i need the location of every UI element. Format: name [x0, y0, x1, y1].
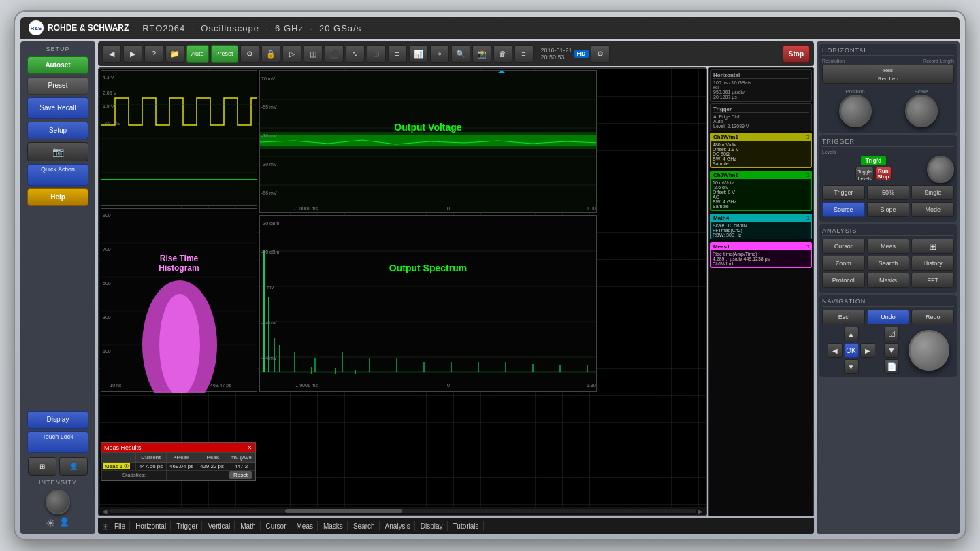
icon-btn-1[interactable]: ⊞: [28, 457, 56, 476]
h-scale-knob[interactable]: [905, 95, 938, 127]
scrollbar-track[interactable]: [109, 509, 696, 513]
trigger-button[interactable]: Trigger: [822, 185, 865, 200]
display-button[interactable]: Display: [27, 411, 88, 429]
meas-current: 447.66 ps: [135, 463, 166, 471]
svg-text:469.47 ps: 469.47 ps: [210, 383, 231, 388]
stop-button[interactable]: Stop: [783, 45, 810, 63]
mode-button[interactable]: Mode: [911, 202, 954, 217]
toolbar-btn-6[interactable]: ◫: [304, 45, 323, 63]
meas-row-label: Meas 1 ①: [102, 463, 136, 471]
toolbar-btn-10[interactable]: ≡: [388, 45, 407, 63]
preset-toolbar-button[interactable]: Preset: [211, 45, 238, 63]
toolbar-btn-5[interactable]: ▷: [282, 45, 301, 63]
back-button[interactable]: ◀: [102, 45, 121, 63]
output-voltage-label: Output Voltage: [394, 122, 461, 133]
reset-button[interactable]: Reset: [229, 471, 252, 479]
menu-search[interactable]: Search: [349, 521, 380, 531]
masks-button[interactable]: Masks: [867, 273, 910, 288]
scroll-left[interactable]: ◀: [101, 507, 109, 515]
position-knob[interactable]: [839, 95, 872, 127]
nav-up[interactable]: ▲: [844, 327, 859, 341]
settings-button[interactable]: ⚙: [591, 45, 610, 63]
touch-lock-button[interactable]: Touch Lock: [27, 431, 88, 453]
preset-button[interactable]: Preset: [27, 77, 88, 95]
toolbar-btn-12[interactable]: ⌖: [430, 45, 449, 63]
icon-btn-2[interactable]: 👤: [59, 457, 88, 476]
brightness-icon[interactable]: ☀: [46, 517, 55, 530]
meas-button[interactable]: Meas: [867, 239, 910, 254]
menu-toggle-button[interactable]: ≡: [514, 45, 534, 63]
svg-rect-64: [410, 369, 410, 374]
toolbar-btn-15[interactable]: 🗑: [493, 45, 512, 63]
svg-text:700: 700: [103, 247, 111, 252]
toolbar-btn-3[interactable]: ⚙: [240, 45, 259, 63]
nav-knob[interactable]: [909, 330, 949, 371]
menu-horizontal[interactable]: Horizontal: [131, 521, 171, 531]
fifty-pct-button[interactable]: 50%: [867, 185, 910, 200]
menu-math[interactable]: Math: [236, 521, 260, 531]
toolbar-btn-7[interactable]: ⬛: [325, 45, 344, 63]
esc-button[interactable]: Esc: [822, 310, 865, 324]
menu-analysis[interactable]: Analysis: [381, 521, 415, 531]
user-icon[interactable]: 👤: [59, 517, 69, 530]
save-recall-button[interactable]: Save Recall: [27, 97, 88, 119]
help-toolbar-button[interactable]: ?: [144, 45, 163, 63]
toggle-levels-btn[interactable]: ToggleLevels: [855, 167, 874, 180]
toolbar-btn-14[interactable]: 📸: [472, 45, 491, 63]
menu-grid-icon[interactable]: ⊞: [102, 522, 109, 531]
slope-button[interactable]: Slope: [867, 202, 910, 217]
fft-button[interactable]: FFT: [911, 273, 954, 288]
meas-results-close[interactable]: ✕: [247, 444, 252, 451]
toolbar-btn-8[interactable]: ∿: [346, 45, 365, 63]
file-toolbar-button[interactable]: 📁: [165, 45, 184, 63]
menu-vertical[interactable]: Vertical: [203, 521, 235, 531]
help-button[interactable]: Help: [27, 188, 88, 206]
forward-button[interactable]: ▶: [123, 45, 142, 63]
trigger-level-knob[interactable]: [927, 156, 954, 183]
toolbar-btn-9[interactable]: ⊞: [367, 45, 386, 63]
menu-display[interactable]: Display: [416, 521, 448, 531]
file-icon-btn[interactable]: 📄: [884, 359, 899, 374]
analysis-row1: Cursor Meas ⊞: [822, 239, 954, 254]
autoset-button[interactable]: Autoset: [27, 56, 88, 74]
scroll-right[interactable]: ▶: [696, 507, 704, 515]
quick-action-button[interactable]: Quick Action: [27, 164, 88, 186]
toolbar-btn-11[interactable]: 📊: [409, 45, 428, 63]
menu-masks[interactable]: Masks: [319, 521, 348, 531]
toolbar-btn-4[interactable]: 🔒: [261, 45, 280, 63]
redo-button[interactable]: Redo: [911, 310, 954, 324]
menu-file[interactable]: File: [110, 521, 130, 531]
setup-button[interactable]: Setup: [27, 122, 88, 139]
ok-button[interactable]: OK: [844, 343, 859, 358]
intensity-knob[interactable]: [46, 490, 70, 514]
nav-left[interactable]: ◀: [828, 343, 843, 358]
source-button[interactable]: Source: [822, 202, 865, 217]
svg-rect-56: [559, 365, 561, 372]
grid-button[interactable]: ⊞: [911, 239, 954, 254]
undo-button[interactable]: Undo: [867, 310, 910, 324]
menu-cursor[interactable]: Cursor: [262, 521, 291, 531]
cursor-button[interactable]: Cursor: [822, 239, 865, 254]
nav-right[interactable]: ▶: [860, 343, 875, 358]
menu-bar: ⊞ File Horizontal Trigger Vertical Math …: [98, 518, 814, 534]
protocol-button[interactable]: Protocol: [822, 273, 865, 288]
checkbox-btn[interactable]: ☑: [884, 327, 899, 341]
svg-rect-42: [263, 250, 265, 372]
menu-meas[interactable]: Meas: [293, 521, 318, 531]
res-rec-len-button[interactable]: Res Rec Len: [822, 65, 954, 84]
toolbar-btn-13[interactable]: 🔍: [451, 45, 470, 63]
auto-toolbar-button[interactable]: Auto: [186, 45, 209, 63]
menu-trigger[interactable]: Trigger: [172, 521, 202, 531]
camera-button[interactable]: 📷: [27, 142, 88, 161]
run-stop-btn[interactable]: Run Stop: [875, 167, 892, 180]
nav-down[interactable]: ▼: [844, 359, 859, 374]
zoom-button[interactable]: Zoom: [822, 256, 865, 271]
menu-tutorials[interactable]: Tutorials: [449, 521, 484, 531]
output-voltage-panel: 70 mV -55 mV -10 mV -30 mV -56 mV -1.000…: [259, 70, 597, 213]
svg-text:-30 dBm: -30 dBm: [261, 221, 280, 226]
single-button[interactable]: Single: [911, 185, 954, 200]
meas1-info-box: Meas1 □ Rise time(Amp/Time) 4.289... ps/…: [710, 242, 812, 268]
search-button[interactable]: Search: [867, 256, 910, 271]
history-button[interactable]: History: [911, 256, 954, 271]
down-arrow-btn[interactable]: ▼: [884, 343, 899, 358]
